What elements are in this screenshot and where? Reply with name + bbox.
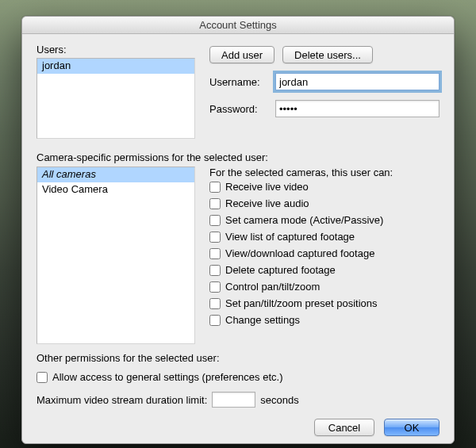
ok-button[interactable]: OK <box>384 419 440 436</box>
permission-label: View/download captured footage <box>225 247 374 259</box>
username-label: Username: <box>209 76 269 88</box>
user-list-item[interactable]: jordan <box>37 59 194 74</box>
allow-general-settings-label: Allow access to general settings (prefer… <box>52 371 282 383</box>
cancel-button[interactable]: Cancel <box>314 419 374 436</box>
window-title: Account Settings <box>22 17 454 34</box>
permission-checkbox[interactable] <box>209 315 221 326</box>
camera-permissions-label: Camera-specific permissions for the sele… <box>36 151 440 163</box>
permission-checkbox[interactable] <box>209 215 221 226</box>
permission-checkbox[interactable] <box>209 232 221 243</box>
permission-label: Set pan/tilt/zoom preset positions <box>225 297 378 309</box>
permission-checkbox[interactable] <box>209 182 221 193</box>
permission-row: Delete captured footage <box>209 262 440 278</box>
permission-label: Set camera mode (Active/Passive) <box>225 214 383 226</box>
permission-checkbox[interactable] <box>209 248 221 259</box>
permission-row: Receive live video <box>209 178 440 195</box>
permission-row: View list of captured footage <box>209 228 440 245</box>
permission-checkbox[interactable] <box>209 298 221 309</box>
permission-label: Delete captured footage <box>225 264 336 276</box>
max-duration-label-post: seconds <box>260 394 298 406</box>
max-duration-label-pre: Maximum video stream duration limit: <box>36 394 207 406</box>
permission-label: Change settings <box>225 314 300 326</box>
camera-list-item[interactable]: Video Camera <box>37 182 194 197</box>
permission-row: Set camera mode (Active/Passive) <box>209 212 440 228</box>
permission-row: View/download captured footage <box>209 245 440 262</box>
permission-label: Control pan/tilt/zoom <box>225 281 320 293</box>
other-permissions-label: Other permissions for the selected user: <box>36 352 440 364</box>
allow-general-settings-checkbox[interactable] <box>36 372 48 383</box>
username-field[interactable] <box>275 73 440 90</box>
permission-label: Receive live video <box>225 181 309 193</box>
permission-row: Change settings <box>209 312 440 328</box>
max-duration-field[interactable] <box>212 392 255 408</box>
account-settings-dialog: Account Settings Users: jordan Add user … <box>21 16 455 444</box>
permission-checkbox[interactable] <box>209 198 221 209</box>
permission-row: Control pan/tilt/zoom <box>209 278 440 295</box>
password-label: Password: <box>209 103 269 115</box>
permission-row: Set pan/tilt/zoom preset positions <box>209 295 440 312</box>
dialog-content: Users: jordan Add user Delete users... U… <box>22 34 454 447</box>
users-listbox[interactable]: jordan <box>36 58 195 139</box>
permissions-header: For the selected cameras, this user can: <box>209 167 440 178</box>
permissions-list: Receive live videoReceive live audioSet … <box>209 178 440 328</box>
users-label: Users: <box>36 44 195 56</box>
add-user-button[interactable]: Add user <box>209 46 274 63</box>
camera-list-item[interactable]: All cameras <box>37 167 194 182</box>
password-field[interactable] <box>275 100 440 117</box>
permission-label: View list of captured footage <box>225 231 355 243</box>
delete-users-button[interactable]: Delete users... <box>282 46 373 63</box>
permission-label: Receive live audio <box>225 197 309 209</box>
permission-checkbox[interactable] <box>209 265 221 276</box>
permission-row: Receive live audio <box>209 195 440 212</box>
permission-checkbox[interactable] <box>209 281 221 293</box>
cameras-listbox[interactable]: All camerasVideo Camera <box>36 167 195 344</box>
